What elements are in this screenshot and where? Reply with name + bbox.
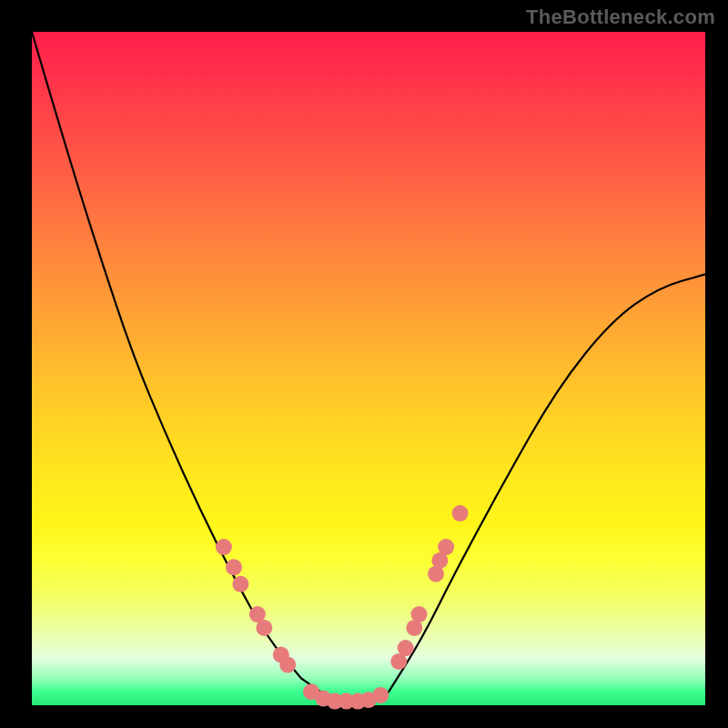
curve-dot — [452, 505, 469, 521]
curve-dot — [398, 640, 414, 656]
watermark-text: TheBottleneck.com — [526, 5, 715, 29]
chart-svg — [32, 32, 705, 705]
bottleneck-curve — [32, 32, 705, 702]
curve-dot — [232, 576, 248, 592]
curve-dot — [279, 657, 296, 673]
curve-group — [32, 32, 705, 702]
curve-dot — [216, 539, 232, 555]
chart-plot-area — [32, 32, 705, 705]
curve-dot — [226, 559, 242, 575]
curve-dot — [256, 620, 272, 636]
chart-frame: TheBottleneck.com — [0, 0, 728, 728]
dots-group — [216, 505, 469, 710]
curve-dot — [438, 539, 454, 555]
curve-dot — [372, 687, 389, 703]
curve-dot — [411, 606, 428, 622]
